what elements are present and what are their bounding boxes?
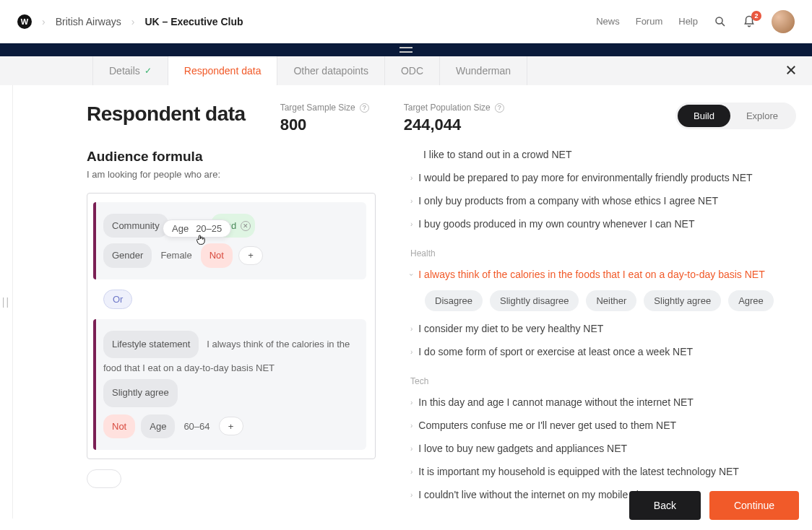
grip-icon	[399, 47, 413, 53]
formula-block: Lifestyle statement I always think of th…	[93, 319, 366, 450]
statement-item[interactable]: I like to stand out in a crowd NET	[410, 149, 798, 166]
statement-item[interactable]: ›I would be prepared to pay more for env…	[410, 166, 798, 189]
metric-value: 244,044	[404, 116, 504, 134]
operator-not-chip[interactable]: Not	[201, 243, 233, 267]
add-block-button[interactable]	[87, 469, 121, 488]
help-icon[interactable]: ?	[360, 103, 369, 113]
statement-item[interactable]: ›I do some form of sport or exercise at …	[410, 340, 798, 363]
option-disagree[interactable]: Disagree	[425, 290, 483, 311]
nav-news[interactable]: News	[596, 16, 620, 27]
filter-value[interactable]: 60–64	[181, 414, 212, 438]
close-icon[interactable]	[785, 64, 798, 77]
metric-sample-size: Target Sample Size ? 800	[280, 103, 369, 134]
filter-key-chip[interactable]: Gender	[103, 243, 152, 267]
statement-item[interactable]: ›I consider my diet to be very healthy N…	[410, 317, 798, 340]
statement-list: I like to stand out in a crowd NET ›I wo…	[410, 149, 798, 506]
step-tabs: Details ✓ Respondent data Other datapoin…	[0, 56, 812, 85]
collapse-handle[interactable]	[0, 43, 812, 56]
avatar[interactable]	[772, 10, 795, 33]
statement-text: I always think of the calories in the fo…	[418, 269, 764, 280]
statement-text: I like to stand out in a crowd NET	[410, 149, 571, 160]
left-rail[interactable]: ||	[0, 85, 13, 518]
remove-icon[interactable]: ✕	[241, 221, 251, 231]
chevron-right-icon: ›	[42, 16, 46, 27]
chevron-right-icon: ›	[410, 491, 413, 499]
page-title: Respondent data	[87, 103, 246, 126]
back-button[interactable]: Back	[629, 491, 701, 518]
breadcrumb-org[interactable]: British Airways	[56, 16, 121, 27]
tab-details[interactable]: Details ✓	[92, 56, 168, 85]
audience-formula-subtitle: I am looking for people who are:	[87, 169, 376, 180]
svg-point-0	[716, 17, 722, 24]
continue-button[interactable]: Continue	[709, 491, 799, 518]
tab-label: Wunderman	[456, 65, 511, 77]
pause-icon: ||	[2, 296, 10, 308]
tab-label: Details	[109, 65, 140, 77]
statement-item[interactable]: ›It is important my household is equippe…	[410, 460, 798, 483]
chevron-right-icon: ›	[410, 399, 413, 407]
operator-or-chip[interactable]: Or	[103, 290, 132, 309]
operator-not-chip[interactable]: Not	[103, 414, 135, 438]
statement-text: I only buy products from a company with …	[418, 195, 718, 207]
tab-label: Other datapoints	[293, 65, 368, 77]
option-slightly-agree[interactable]: Slightly agree	[644, 290, 721, 311]
tab-other-datapoints[interactable]: Other datapoints	[277, 56, 385, 85]
statement-item[interactable]: ›I love to buy new gadgets and appliance…	[410, 437, 798, 460]
bell-icon[interactable]: 2	[743, 15, 756, 28]
statement-text: In this day and age I cannot manage with…	[418, 396, 694, 408]
tab-label: Respondent data	[184, 65, 262, 77]
help-icon[interactable]: ?	[495, 103, 504, 113]
top-bar: W › British Airways › UK – Executive Clu…	[0, 0, 812, 43]
chevron-right-icon: ›	[410, 422, 413, 430]
add-filter-button[interactable]: +	[219, 417, 243, 435]
dragging-chip[interactable]: Age 20–25	[163, 220, 231, 238]
statement-item[interactable]: ›I only buy products from a company with…	[410, 189, 798, 212]
filter-key-chip[interactable]: Community	[103, 214, 168, 238]
filter-key-chip[interactable]: Lifestyle statement	[103, 331, 199, 359]
statement-text: I do some form of sport or exercise at l…	[418, 346, 693, 357]
check-icon: ✓	[144, 66, 152, 76]
statement-item[interactable]: ›In this day and age I cannot manage wit…	[410, 391, 798, 414]
chevron-right-icon: ›	[410, 325, 413, 333]
filter-key: Age	[172, 223, 189, 234]
option-slightly-disagree[interactable]: Slightly disagree	[490, 290, 579, 311]
category-label: Health	[410, 248, 798, 259]
top-nav: News Forum Help 2	[596, 10, 795, 33]
metric-population-size: Target Population Size ? 244,044	[404, 103, 504, 134]
chevron-right-icon: ›	[410, 220, 413, 228]
statement-text: I love to buy new gadgets and appliances…	[418, 443, 627, 454]
nav-help[interactable]: Help	[678, 16, 698, 27]
mode-toggle: Build Explore	[675, 103, 796, 129]
chevron-right-icon: ›	[410, 197, 413, 205]
statement-item[interactable]: ›Computers confuse me or I'll never get …	[410, 414, 798, 437]
filter-value-chip[interactable]: Slightly agree	[103, 379, 178, 407]
nav-forum[interactable]: Forum	[636, 16, 663, 27]
statement-text: I consider my diet to be very healthy NE…	[418, 323, 603, 334]
search-icon[interactable]	[714, 15, 727, 28]
chevron-right-icon: ›	[410, 445, 413, 453]
metric-value: 800	[280, 116, 369, 134]
audience-formula-title: Audience formula	[87, 149, 376, 165]
chevron-right-icon: ›	[410, 348, 413, 356]
tab-respondent-data[interactable]: Respondent data	[168, 56, 278, 85]
option-neither[interactable]: Neither	[586, 290, 636, 311]
statement-text: It is important my household is equipped…	[418, 466, 739, 477]
statement-item[interactable]: ›I buy goods produced in my own country …	[410, 212, 798, 235]
option-agree[interactable]: Agree	[728, 290, 774, 311]
toggle-explore[interactable]: Explore	[730, 105, 794, 127]
filter-key-chip[interactable]: Age	[141, 414, 175, 438]
svg-line-1	[722, 22, 725, 25]
tab-wunderman[interactable]: Wunderman	[440, 56, 527, 85]
breadcrumb: W › British Airways › UK – Executive Clu…	[17, 14, 243, 29]
filter-value[interactable]: Female	[157, 243, 194, 267]
statement-item-expanded[interactable]: ›I always think of the calories in the f…	[410, 263, 798, 286]
tab-odc[interactable]: ODC	[385, 56, 440, 85]
add-filter-button[interactable]: +	[238, 246, 263, 265]
app-logo[interactable]: W	[17, 14, 32, 29]
chevron-right-icon: ›	[131, 16, 135, 27]
breadcrumb-project[interactable]: UK – Executive Club	[144, 16, 243, 27]
metric-label: Target Sample Size	[280, 103, 355, 113]
toggle-build[interactable]: Build	[678, 105, 730, 127]
chevron-down-icon: ›	[407, 273, 415, 275]
statement-text: I would be prepared to pay more for envi…	[418, 172, 752, 183]
